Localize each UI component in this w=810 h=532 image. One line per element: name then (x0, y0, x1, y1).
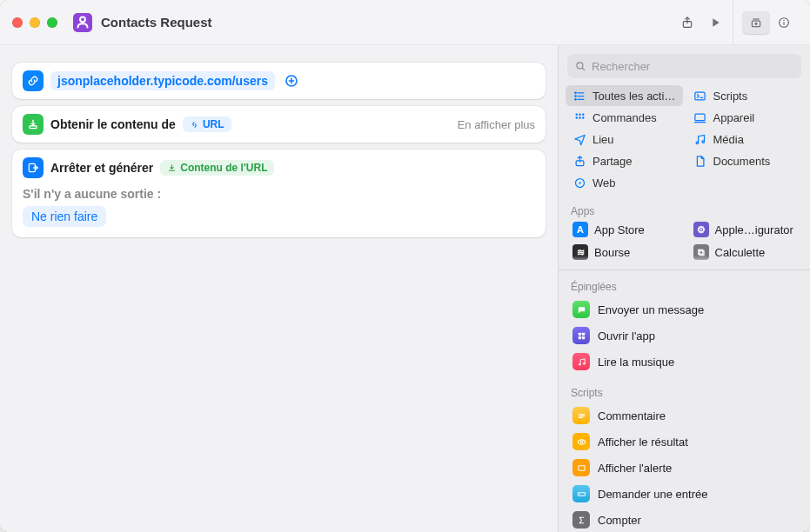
svg-point-12 (574, 98, 576, 100)
svg-point-11 (574, 95, 576, 96)
do-nothing-option[interactable]: Ne rien faire (23, 206, 106, 227)
content-token-label: Contenu de l'URL (180, 162, 267, 174)
close-window-button[interactable] (12, 17, 23, 28)
share-icon (572, 154, 586, 168)
if-no-output-label: S'il n'y a aucune sortie : (23, 187, 535, 201)
app-label: Apple…igurator (715, 223, 793, 236)
script-demander-une-entr-e[interactable]: Demander une entrée (562, 481, 807, 507)
run-button[interactable] (701, 11, 729, 34)
app-apple-igurator[interactable]: ⚙Apple…igurator (686, 219, 804, 240)
svg-point-10 (574, 92, 576, 94)
svg-rect-20 (695, 114, 705, 121)
category-label: Documents (713, 155, 771, 168)
category-label: Web (592, 176, 616, 190)
script-afficher-l-alerte[interactable]: Afficher l'alerte (562, 455, 807, 481)
app-icon: ⚙ (693, 222, 709, 237)
minimize-window-button[interactable] (30, 17, 40, 28)
action-label: Afficher le résultat (598, 436, 688, 449)
pinned-section-header: Épinglées (559, 274, 810, 296)
svg-point-31 (580, 441, 582, 442)
show-more-button[interactable]: En afficher plus (458, 118, 535, 131)
app-app-store[interactable]: AApp Store (566, 219, 683, 240)
category-m-dia[interactable]: Média (686, 129, 804, 150)
category-partage[interactable]: Partage (566, 150, 683, 171)
add-url-button[interactable] (282, 71, 301, 90)
action-icon (572, 485, 590, 502)
search-input[interactable] (592, 60, 794, 73)
scripts-section-header: Scripts (559, 375, 810, 402)
apps-grid: AApp Store⚙Apple…igurator≋Bourse⧉Calcule… (559, 219, 810, 266)
url-token-label: URL (203, 118, 224, 130)
category-lieu[interactable]: Lieu (566, 129, 683, 150)
category-label: Commandes (592, 111, 657, 124)
url-token[interactable]: URL (183, 116, 231, 132)
library-pane: Toutes les acti…ScriptsCommandesAppareil… (558, 45, 810, 532)
list-icon (572, 89, 586, 103)
action-icon (572, 407, 590, 424)
category-documents[interactable]: Documents (686, 150, 804, 171)
url-value[interactable]: jsonplaceholder.typicode.com/users (50, 71, 275, 90)
category-grid: Toutes les acti…ScriptsCommandesAppareil… (559, 85, 810, 198)
share-button[interactable] (673, 11, 701, 34)
location-icon (572, 132, 586, 146)
doc-icon (693, 154, 707, 168)
action-label: Compter (598, 514, 641, 527)
action-get-contents[interactable]: Obtenir le contenu de URL En afficher pl… (12, 106, 546, 143)
action-icon (572, 511, 590, 529)
svg-rect-28 (581, 336, 584, 338)
category-commandes[interactable]: Commandes (566, 107, 683, 128)
action-url[interactable]: jsonplaceholder.typicode.com/users (12, 63, 546, 99)
actions-list[interactable]: Épinglées Envoyer un messageOuvrir l'app… (559, 274, 810, 532)
svg-point-14 (575, 113, 578, 116)
pinned-lire-la-musique[interactable]: Lire la musique (562, 349, 807, 375)
svg-point-22 (702, 140, 705, 143)
app-calculette[interactable]: ⧉Calculette (686, 242, 804, 263)
divider (559, 269, 810, 270)
library-toggle-button[interactable] (742, 11, 770, 34)
app-bourse[interactable]: ≋Bourse (566, 242, 683, 263)
app-icon: A (572, 222, 588, 237)
app-label: Bourse (594, 246, 630, 259)
category-toutes-les-acti[interactable]: Toutes les acti… (566, 85, 683, 106)
script-compter[interactable]: Compter (562, 507, 807, 532)
svg-rect-7 (30, 126, 37, 129)
link-icon (23, 70, 44, 91)
svg-rect-27 (578, 336, 580, 338)
category-label: Toutes les acti… (592, 90, 675, 103)
category-web[interactable]: Web (566, 172, 683, 193)
svg-point-5 (783, 19, 784, 20)
svg-point-30 (583, 362, 585, 364)
music-icon (693, 132, 707, 146)
svg-rect-13 (695, 92, 705, 100)
action-label: Commentaire (598, 409, 666, 422)
info-button[interactable] (770, 11, 798, 34)
svg-point-17 (575, 116, 578, 119)
content-token[interactable]: Contenu de l'URL (160, 160, 274, 176)
action-icon (572, 301, 590, 318)
script-commentaire[interactable]: Commentaire (562, 402, 807, 429)
pinned-envoyer-un-message[interactable]: Envoyer un message (562, 296, 807, 323)
svg-rect-33 (578, 492, 585, 495)
dots-icon (572, 110, 586, 124)
svg-point-16 (582, 113, 585, 116)
shortcut-title: Contacts Request (101, 15, 212, 30)
category-label: Appareil (713, 111, 755, 124)
window-controls (12, 17, 57, 28)
library-search[interactable] (567, 54, 801, 78)
shortcut-icon (73, 13, 92, 32)
pinned-ouvrir-l-app[interactable]: Ouvrir l'app (562, 323, 807, 349)
term-icon (693, 89, 707, 103)
category-appareil[interactable]: Appareil (686, 107, 804, 128)
action-icon (572, 327, 590, 344)
titlebar: Contacts Request (0, 0, 810, 45)
script-afficher-le-r-sultat[interactable]: Afficher le résultat (562, 429, 807, 455)
action-label: Afficher l'alerte (598, 462, 672, 475)
app-icon: ≋ (572, 244, 588, 260)
content-area: jsonplaceholder.typicode.com/users Obten… (0, 45, 810, 532)
action-stop-output[interactable]: Arrêter et générer Contenu de l'URL S'il… (12, 150, 546, 237)
zoom-window-button[interactable] (47, 17, 57, 28)
workflow-canvas[interactable]: jsonplaceholder.typicode.com/users Obten… (0, 45, 558, 532)
svg-point-0 (80, 17, 85, 22)
category-scripts[interactable]: Scripts (686, 85, 804, 106)
action-label: Lire la musique (598, 356, 674, 369)
